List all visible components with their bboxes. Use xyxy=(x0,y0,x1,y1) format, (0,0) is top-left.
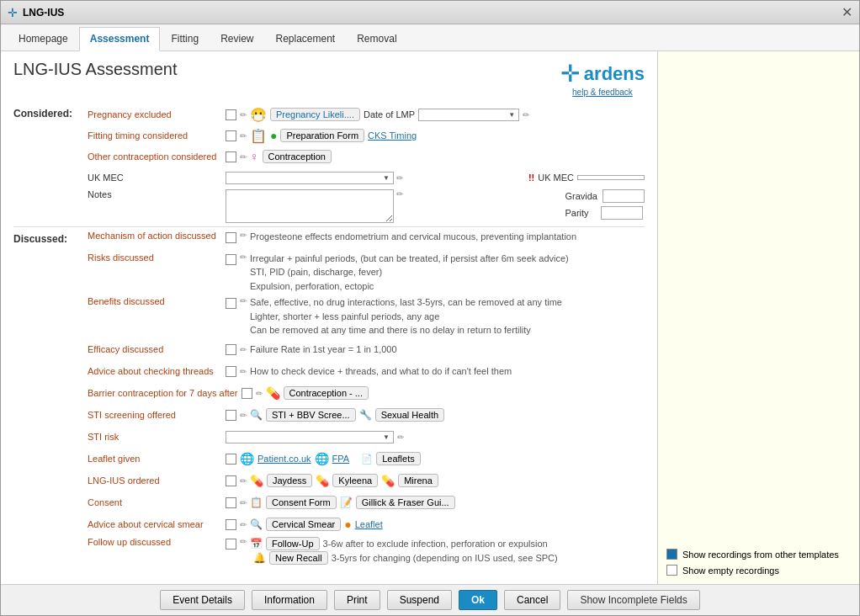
lng-ordered-row: LNG-IUS ordered ✏ 💊 Jaydess 💊 Kyleena 💊 … xyxy=(88,471,645,490)
mechanism-checkbox[interactable] xyxy=(226,232,236,243)
show-recordings-row: Show recordings from other templates xyxy=(666,549,851,560)
date-lmp-edit-icon[interactable]: ✏ xyxy=(523,110,529,119)
checking-text: How to check device + threads, and what … xyxy=(250,365,645,378)
barrier-btn[interactable]: Contraception - ... xyxy=(284,386,369,400)
follow-up-edit-icon[interactable]: ✏ xyxy=(240,537,247,546)
barrier-edit-icon[interactable]: ✏ xyxy=(256,389,263,398)
benefits-checkbox[interactable] xyxy=(226,298,236,309)
ok-button[interactable]: Ok xyxy=(459,590,497,610)
print-button[interactable]: Print xyxy=(334,590,380,610)
parity-input[interactable] xyxy=(601,206,643,220)
uk-mec-dropdown[interactable]: ▼ xyxy=(226,172,394,184)
kyleena-btn[interactable]: Kyleena xyxy=(332,474,378,487)
fpa-link[interactable]: FPA xyxy=(332,454,350,464)
tab-removal[interactable]: Removal xyxy=(346,27,407,50)
risks-checkbox[interactable] xyxy=(226,254,236,265)
cervical-smear-label: Advice about cervical smear xyxy=(88,519,222,529)
sti-bbv-btn[interactable]: STI + BBV Scree... xyxy=(266,408,356,422)
barrier-row: Barrier contraception for 7 days after ✏… xyxy=(88,384,645,402)
pregnancy-excluded-edit-icon[interactable]: ✏ xyxy=(240,110,247,119)
gillick-icon: 📝 xyxy=(340,497,353,508)
cervical-smear-edit-icon[interactable]: ✏ xyxy=(240,520,247,529)
cervical-smear-checkbox[interactable] xyxy=(226,519,236,530)
pregnancy-excluded-checkbox[interactable] xyxy=(226,109,236,120)
show-empty-checkbox[interactable] xyxy=(666,565,677,576)
lng-ordered-checkbox[interactable] xyxy=(226,475,236,486)
patient-co-uk-link[interactable]: Patient.co.uk xyxy=(257,454,311,464)
sti-risk-arrow[interactable]: ▼ xyxy=(383,433,390,441)
tab-assessment[interactable]: Assessment xyxy=(79,27,161,51)
pregnancy-likely-btn[interactable]: Pregnancy Likeli.... xyxy=(270,108,360,121)
notes-textarea[interactable] xyxy=(226,189,394,223)
cervical-smear-btn[interactable]: Cervical Smear xyxy=(266,518,341,531)
contraception-btn[interactable]: Contraception xyxy=(263,150,332,163)
mechanism-edit-icon[interactable]: ✏ xyxy=(240,231,247,240)
follow-up-checkbox[interactable] xyxy=(226,539,236,550)
efficacy-edit-icon[interactable]: ✏ xyxy=(240,345,247,354)
checking-threads-checkbox[interactable] xyxy=(226,366,236,377)
leaflet-checkbox[interactable] xyxy=(226,454,236,465)
gravida-input[interactable] xyxy=(603,189,645,203)
fitting-timing-edit-icon[interactable]: ✏ xyxy=(240,131,247,141)
pregnancy-warning-icon: 😷 xyxy=(250,107,267,123)
benefits-edit-icon[interactable]: ✏ xyxy=(240,296,247,305)
new-recall-btn[interactable]: New Recall xyxy=(269,551,328,565)
mechanism-text: Progesteone effects endometrium and cerv… xyxy=(250,231,645,243)
show-incomplete-button[interactable]: Show Incomplete Fields xyxy=(567,590,699,610)
date-lmp-input[interactable]: ▼ xyxy=(418,109,519,121)
date-lmp-arrow[interactable]: ▼ xyxy=(508,111,515,119)
ardens-help-link[interactable]: help & feedback xyxy=(572,88,633,97)
event-details-button[interactable]: Event Details xyxy=(160,590,245,610)
consent-edit-icon[interactable]: ✏ xyxy=(240,498,247,507)
checking-threads-label: Advice about checking threads xyxy=(88,366,222,376)
checking-threads-edit-icon[interactable]: ✏ xyxy=(240,367,247,376)
leaflet-link[interactable]: Leaflet xyxy=(355,519,383,529)
uk-mec-value-input[interactable] xyxy=(577,175,645,180)
jaydess-btn[interactable]: Jaydess xyxy=(267,474,312,487)
cancel-button[interactable]: Cancel xyxy=(504,590,560,610)
sti-screening-checkbox[interactable] xyxy=(226,410,236,421)
consent-form-btn[interactable]: Consent Form xyxy=(266,496,337,509)
tab-bar: Homepage Assessment Fitting Review Repla… xyxy=(1,24,859,51)
uk-mec-arrow[interactable]: ▼ xyxy=(383,174,390,182)
efficacy-label: Efficacy discussed xyxy=(88,344,222,354)
cervical-smear-icon: 🔍 xyxy=(250,518,263,530)
uk-mec-edit-icon[interactable]: ✏ xyxy=(396,173,403,183)
other-contraception-checkbox[interactable] xyxy=(226,151,236,162)
leaflet-label: Leaflet given xyxy=(88,454,222,464)
information-button[interactable]: Information xyxy=(252,590,327,610)
efficacy-checkbox[interactable] xyxy=(226,344,236,355)
barrier-checkbox[interactable] xyxy=(242,388,252,399)
sti-risk-dropdown[interactable]: ▼ xyxy=(226,431,394,443)
cks-timing-link[interactable]: CKS Timing xyxy=(368,130,417,141)
sexual-health-btn[interactable]: Sexual Health xyxy=(375,408,445,422)
follow-up-btn[interactable]: Follow-Up xyxy=(266,537,320,550)
sti-risk-edit-icon[interactable]: ✏ xyxy=(397,433,404,442)
gillick-btn[interactable]: Gillick & Fraser Gui... xyxy=(356,496,455,509)
mirena-btn[interactable]: Mirena xyxy=(398,474,438,487)
sti-screening-edit-icon[interactable]: ✏ xyxy=(240,411,247,420)
uk-mec-inline-label: UK MEC xyxy=(538,173,574,183)
close-button[interactable]: ✕ xyxy=(841,4,852,20)
tab-replacement[interactable]: Replacement xyxy=(264,27,346,50)
leaflets-btn[interactable]: Leaflets xyxy=(376,452,421,465)
consent-checkbox[interactable] xyxy=(226,497,236,508)
fitting-timing-checkbox[interactable] xyxy=(226,130,236,141)
contraception-icon: ♀ xyxy=(250,150,259,163)
tab-fitting[interactable]: Fitting xyxy=(160,27,210,50)
lng-ordered-edit-icon[interactable]: ✏ xyxy=(240,476,247,486)
follow-up-text: 3-6w after to exclude infection, perfora… xyxy=(323,538,558,550)
notes-edit-icon[interactable]: ✏ xyxy=(396,189,403,199)
benefits-text2: Lighter, shorter + less painful periods,… xyxy=(250,311,562,323)
show-recordings-checkbox[interactable] xyxy=(666,549,677,560)
preparation-form-btn[interactable]: Preparation Form xyxy=(280,129,364,142)
tab-review[interactable]: Review xyxy=(210,27,264,50)
uk-mec-label: UK MEC xyxy=(88,173,222,183)
other-contraception-edit-icon[interactable]: ✏ xyxy=(240,152,247,162)
risks-edit-icon[interactable]: ✏ xyxy=(240,252,247,262)
new-recall-icon: 🔔 xyxy=(253,552,266,564)
suspend-button[interactable]: Suspend xyxy=(387,590,452,610)
sti-search-icon: 🔍 xyxy=(250,409,263,421)
calendar-icon: 📅 xyxy=(250,538,263,550)
tab-homepage[interactable]: Homepage xyxy=(8,27,79,50)
